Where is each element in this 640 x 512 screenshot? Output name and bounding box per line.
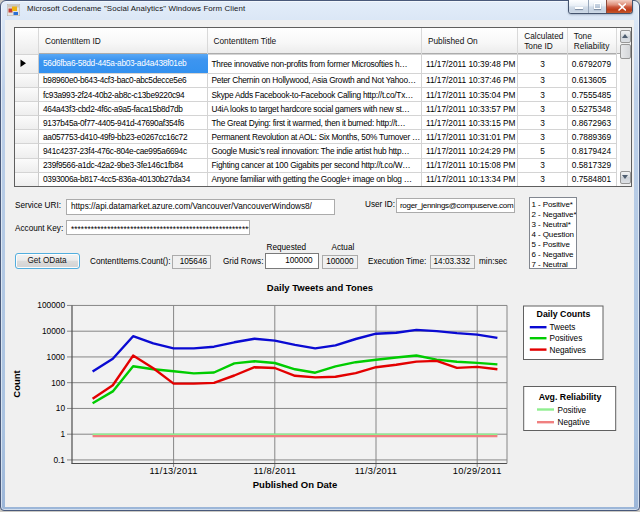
svg-text:Negatives: Negatives [550, 346, 586, 355]
svg-text:Daily Counts: Daily Counts [537, 309, 591, 319]
svg-text:0.1: 0.1 [53, 455, 65, 465]
svg-text:Published On Date: Published On Date [253, 479, 337, 490]
svg-text:Negative: Negative [558, 418, 591, 427]
svg-text:10: 10 [56, 403, 66, 413]
svg-text:11/13/2011: 11/13/2011 [150, 466, 198, 476]
svg-text:100: 100 [51, 378, 65, 388]
svg-text:Daily Tweets and Tones: Daily Tweets and Tones [267, 282, 373, 293]
svg-text:10000: 10000 [42, 326, 65, 336]
svg-text:100000: 100000 [37, 300, 65, 310]
svg-text:1000: 1000 [47, 352, 66, 362]
svg-text:Tweets: Tweets [550, 323, 576, 332]
svg-text:Count: Count [11, 369, 22, 397]
svg-text:Positives: Positives [550, 334, 583, 343]
svg-text:Positive: Positive [558, 406, 587, 415]
svg-text:1: 1 [60, 429, 65, 439]
svg-text:11/8/2011: 11/8/2011 [253, 466, 296, 476]
svg-text:Avg. Reliability: Avg. Reliability [539, 392, 602, 402]
svg-text:11/3/2011: 11/3/2011 [355, 466, 398, 476]
svg-text:10/29/2011: 10/29/2011 [453, 466, 502, 476]
